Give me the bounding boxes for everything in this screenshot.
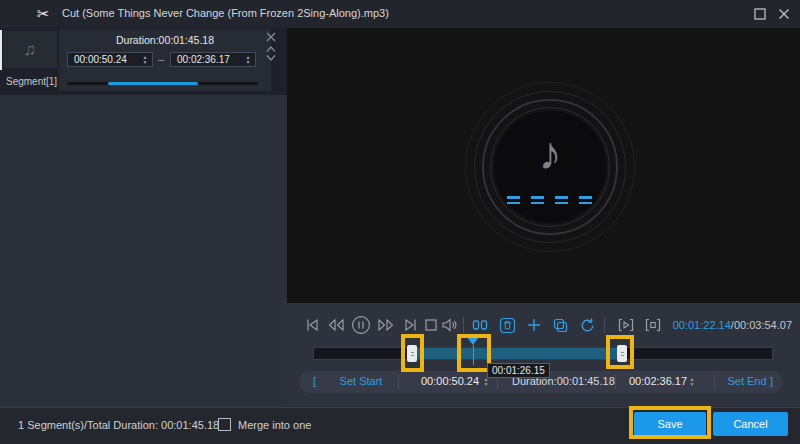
stop-segment-icon[interactable]: [642, 314, 664, 336]
cancel-button[interactable]: Cancel: [713, 412, 788, 436]
playhead-marker[interactable]: [467, 337, 479, 345]
merge-into-one-checkbox[interactable]: [218, 418, 231, 431]
segment-end-spinner[interactable]: ▲ ▼: [243, 53, 253, 66]
segment-remove-icon[interactable]: [265, 31, 277, 43]
playback-controls-panel: 00:01:22.14/00:03:54.07 [ Set Start 00:0…: [287, 303, 800, 407]
skip-end-icon[interactable]: [399, 314, 421, 336]
skip-start-icon[interactable]: [301, 314, 323, 336]
segment-thumbnail[interactable]: ♫: [3, 31, 57, 68]
toolbar-separator: [463, 317, 464, 333]
pause-icon[interactable]: [350, 314, 372, 336]
segment-label: Segment[1]: [6, 76, 57, 87]
cut-dialog-window: ✂ Cut (Some Things Never Change (From Fr…: [0, 0, 800, 444]
scissors-icon: ✂: [37, 5, 50, 23]
spinner-down-icon[interactable]: ▼: [246, 60, 251, 65]
close-button[interactable]: [776, 7, 792, 21]
save-button[interactable]: Save: [634, 412, 706, 436]
music-note-icon: ♫: [24, 40, 37, 60]
play-segment-icon[interactable]: [615, 314, 637, 336]
equalizer-bars-icon: [531, 196, 544, 204]
trim-start-input[interactable]: 00:00:50.24: [421, 375, 479, 387]
add-icon[interactable]: [523, 314, 545, 336]
title-bar: ✂ Cut (Some Things Never Change (From Fr…: [0, 0, 800, 28]
playhead-line: [473, 345, 474, 365]
preview-area: ♪: [287, 28, 800, 303]
segment-move-down-icon[interactable]: [265, 54, 277, 62]
action-bar-divider: [714, 375, 715, 389]
segment-duration-label: Duration:00:01:45.18: [59, 34, 271, 46]
maximize-button[interactable]: [752, 7, 768, 21]
delete-segment-icon[interactable]: [496, 314, 518, 336]
trim-end-spinner[interactable]: ▲ ▼: [687, 373, 697, 391]
equalizer-bars-icon: [555, 196, 568, 204]
open-bracket: [: [313, 375, 316, 387]
merge-into-one-label: Merge into one: [238, 419, 311, 431]
segment-start-value: 00:00:50.24: [74, 54, 127, 65]
action-bar-divider: [615, 375, 616, 389]
current-time: 00:01:22.14: [673, 319, 731, 331]
segment-selected-indicator: [0, 30, 2, 70]
close-bracket: ]: [770, 375, 773, 387]
segment-start-input[interactable]: 00:00:50.24 ▲ ▼: [67, 52, 153, 67]
total-time: /00:03:54.07: [731, 319, 792, 331]
trim-start-handle[interactable]: [407, 345, 417, 362]
segment-list-strip: ♫ Segment[1] Duration:00:01:45.18 00:00:…: [0, 28, 287, 95]
action-bar-divider: [398, 375, 399, 389]
segment-end-value: 00:02:36.17: [177, 54, 230, 65]
set-end-button[interactable]: Set End: [727, 375, 767, 387]
segment-duration-panel: Duration:00:01:45.18 00:00:50.24 ▲ ▼ – 0…: [59, 29, 271, 91]
segment-start-spinner[interactable]: ▲ ▼: [140, 53, 150, 66]
volume-icon[interactable]: [439, 314, 461, 336]
rewind-icon[interactable]: [325, 314, 347, 336]
segment-end-input[interactable]: 00:02:36.17 ▲ ▼: [170, 52, 256, 67]
spinner-down-icon[interactable]: ▼: [484, 382, 489, 387]
spinner-down-icon[interactable]: ▼: [143, 60, 148, 65]
trim-end-handle[interactable]: [617, 345, 627, 362]
segment-mini-progress: [67, 82, 258, 85]
set-start-button[interactable]: Set Start: [333, 375, 389, 387]
trim-end-input[interactable]: 00:02:36.17: [629, 375, 687, 387]
footer-bar: 1 Segment(s)/Total Duration: 00:01:45.18…: [0, 407, 800, 444]
split-segment-icon[interactable]: [469, 314, 491, 336]
segment-mini-progress-fill: [108, 82, 198, 85]
playhead-time-tooltip: 00:01:26.15: [487, 363, 550, 378]
reset-icon[interactable]: [576, 314, 598, 336]
segment-status-text: 1 Segment(s)/Total Duration: 00:01:45.18: [18, 419, 219, 431]
segment-list-body: Add Segment Fast Split: [0, 95, 287, 407]
copy-segment-icon[interactable]: [549, 314, 571, 336]
playback-time-display: 00:01:22.14/00:03:54.07: [673, 319, 792, 331]
fast-forward-icon[interactable]: [375, 314, 397, 336]
range-dash: –: [158, 53, 164, 65]
window-title: Cut (Some Things Never Change (From Froz…: [62, 7, 389, 19]
equalizer-bars-icon: [507, 196, 520, 204]
segment-move-up-icon[interactable]: [265, 45, 277, 53]
equalizer-bars-icon: [579, 196, 592, 204]
spinner-down-icon[interactable]: ▼: [690, 382, 695, 387]
toolbar-separator: [604, 317, 605, 333]
timeline-selection[interactable]: [412, 348, 627, 359]
audio-note-icon: ♪: [520, 123, 580, 183]
